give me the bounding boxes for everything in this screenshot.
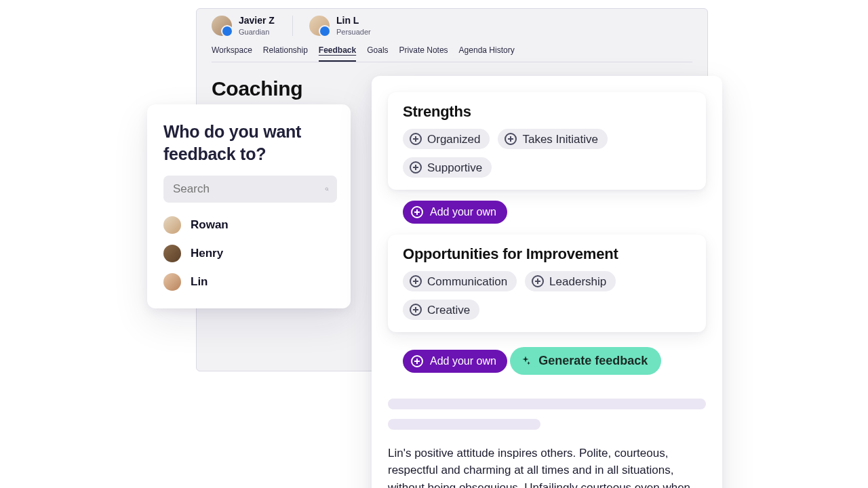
tab-feedback[interactable]: Feedback [319,45,356,62]
plus-circle-icon [410,161,422,174]
chip-organized[interactable]: Organized [403,129,490,149]
avatar [163,245,181,262]
button-label: Add your own [430,206,496,218]
participant-row: Javier Z Guardian Lin L Persuader [212,16,692,36]
tab-private-notes[interactable]: Private Notes [399,45,448,62]
sparkle-icon [519,355,532,367]
plus-circle-icon [532,275,544,287]
tab-goals[interactable]: Goals [367,45,388,62]
feedback-builder-card: Strengths Organized Takes Initiative Sup… [372,76,722,488]
card-title: Who do you want feedback to? [163,121,337,165]
skeleton-line [388,419,540,430]
opportunities-group: Opportunities for Improvement Communicat… [388,235,706,332]
plus-circle-icon [410,275,422,287]
loading-skeleton [388,399,706,430]
chip-label: Takes Initiative [522,134,598,145]
tab-agenda-history[interactable]: Agenda History [459,45,515,62]
search-input[interactable] [172,182,318,197]
list-item[interactable]: Rowan [163,216,337,234]
panel-tabs: Workspace Relationship Feedback Goals Pr… [212,45,692,62]
chip-creative[interactable]: Creative [403,300,479,320]
plus-circle-icon [410,133,422,145]
svg-line-1 [328,190,328,190]
chip-label: Organized [427,134,480,145]
group-title: Opportunities for Improvement [403,245,694,263]
participant-1[interactable]: Javier Z Guardian [212,16,275,36]
search-icon [325,182,329,196]
chip-label: Leadership [549,276,606,287]
generate-feedback-button[interactable]: Generate feedback [510,347,661,375]
button-label: Add your own [430,355,496,367]
participant-2[interactable]: Lin L Persuader [292,16,371,36]
people-list: Rowan Henry Lin [163,216,337,291]
skeleton-line [388,399,706,409]
list-item[interactable]: Lin [163,273,337,291]
participant-name: Lin L [336,16,371,26]
participant-role: Guardian [239,28,275,36]
chip-label: Supportive [427,162,482,174]
list-item-label: Rowan [191,218,229,232]
plus-circle-icon [411,355,423,367]
avatar [212,16,232,36]
search-field[interactable] [163,176,337,203]
avatar [309,16,330,36]
list-item-label: Lin [191,275,208,289]
plus-circle-icon [505,133,517,145]
generated-feedback-text: Lin's positive attitude inspires others.… [388,445,706,489]
chip-label: Creative [427,304,470,316]
participant-role: Persuader [336,28,371,36]
chip-takes-initiative[interactable]: Takes Initiative [498,129,608,149]
chip-label: Communication [427,276,507,287]
chip-supportive[interactable]: Supportive [403,157,492,178]
tab-workspace[interactable]: Workspace [212,45,252,62]
strengths-group: Strengths Organized Takes Initiative Sup… [388,92,706,190]
add-strength-button[interactable]: Add your own [403,201,507,224]
participant-name: Javier Z [239,16,275,26]
plus-circle-icon [410,304,422,316]
chip-communication[interactable]: Communication [403,271,517,291]
list-item-label: Henry [191,247,223,260]
feedback-target-card: Who do you want feedback to? Rowan Henry… [147,104,351,308]
tab-relationship[interactable]: Relationship [263,45,308,62]
chip-leadership[interactable]: Leadership [525,271,616,291]
svg-point-0 [326,188,328,190]
avatar [163,216,181,234]
button-label: Generate feedback [538,354,648,368]
avatar [163,273,181,291]
add-opportunity-button[interactable]: Add your own [403,350,507,373]
group-title: Strengths [403,103,694,121]
plus-circle-icon [411,206,423,218]
list-item[interactable]: Henry [163,245,337,262]
